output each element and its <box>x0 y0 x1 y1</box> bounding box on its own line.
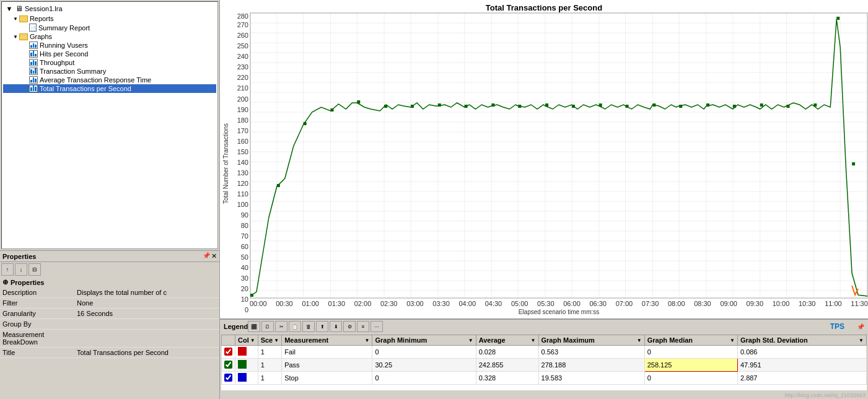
x-label: 07:30 <box>642 300 659 307</box>
row-color <box>235 359 258 372</box>
x-label: 04:30 <box>485 300 502 307</box>
tree-item-session[interactable]: ▼ 🖥 Session1.lra <box>3 3 216 14</box>
left-panel: ▼ 🖥 Session1.lra ▼ Reports 📄 Summary Rep… <box>0 0 220 399</box>
properties-extra-button[interactable]: ⊟ <box>28 263 41 276</box>
properties-header: Properties 📌 ✕ <box>0 251 219 262</box>
svg-text:10: 10 <box>241 295 248 302</box>
x-label: 11:00 <box>825 300 842 307</box>
chart-inner: Total Number of Transactions 0 10 20 30 … <box>220 12 868 315</box>
row-color <box>235 346 258 359</box>
x-label: 03:00 <box>406 300 424 307</box>
svg-text:250: 250 <box>237 42 248 50</box>
svg-rect-102 <box>733 105 736 108</box>
tree-item-hits[interactable]: Hits per Second <box>3 50 216 58</box>
legend-btn-7[interactable]: ⬇ <box>330 321 342 332</box>
sort-desc-button[interactable]: ↓ <box>15 263 27 276</box>
col-header-col[interactable]: Col ▼ <box>235 335 258 346</box>
legend-btn-2[interactable]: 🗋 <box>261 321 274 332</box>
properties-table: Description Displays the total number of… <box>0 287 219 358</box>
x-label: 07:00 <box>616 300 633 307</box>
tree-item-graphs[interactable]: ▼ Graphs <box>3 32 216 41</box>
tree-item-label: Reports <box>30 15 54 22</box>
legend-btn-4[interactable]: 📋 <box>289 321 301 332</box>
col-header-graph-min[interactable]: Graph Minimum ▼ <box>372 335 476 346</box>
tree-item-label: Transaction Summary <box>40 68 106 75</box>
legend-title: Legend <box>224 323 248 330</box>
x-label: 06:30 <box>589 300 607 307</box>
sort-icon: ▼ <box>730 338 735 343</box>
legend-btn-5[interactable]: 🗑 <box>302 321 315 332</box>
row-checkbox[interactable] <box>222 346 235 359</box>
svg-text:160: 160 <box>237 137 248 144</box>
row-measurement: Pass <box>282 359 372 372</box>
svg-rect-91 <box>438 103 441 107</box>
legend-table-container: Col ▼ Sce ▼ Measurement ▼ Graph Minimum … <box>221 335 867 390</box>
col-header-graph-median[interactable]: Graph Median ▼ <box>644 335 737 346</box>
expand-arrow: ▼ <box>13 16 18 22</box>
row-checkbox[interactable] <box>222 359 235 372</box>
col-header-average[interactable]: Average ▼ <box>476 335 538 346</box>
tree-item-avg-trans[interactable]: Average Transaction Response Time <box>3 76 216 84</box>
x-label: 02:30 <box>380 300 398 307</box>
legend-btn-10[interactable]: ⋯ <box>370 321 383 332</box>
legend-toolbar: ⬛ 🗋 ✂ 📋 🗑 ⬆ ⬇ ⚙ ≡ ⋯ <box>248 321 383 332</box>
svg-text:50: 50 <box>241 253 248 260</box>
svg-text:110: 110 <box>237 190 248 197</box>
pin-icon: 📌 <box>203 252 210 260</box>
svg-rect-90 <box>411 105 414 108</box>
svg-rect-96 <box>572 105 575 108</box>
sort-asc-button[interactable]: ↑ <box>1 263 14 276</box>
prop-row-description: Description Displays the total number of… <box>0 287 219 298</box>
legend-btn-3[interactable]: ✂ <box>275 321 287 332</box>
x-label: 04:00 <box>459 300 476 307</box>
row-graph-max: 19.583 <box>538 372 644 385</box>
prop-value <box>74 330 219 348</box>
row-graph-min: 0 <box>372 372 476 385</box>
row-graph-median[interactable]: 258.125 <box>644 359 737 372</box>
prop-value: Displays the total number of c <box>74 287 219 298</box>
legend-row-stop: 1 Stop 0 0.328 19.583 0 2.887 <box>222 372 867 385</box>
svg-rect-98 <box>626 105 629 108</box>
row-checkbox-input[interactable] <box>224 361 232 369</box>
col-header-graph-max[interactable]: Graph Maximum ▼ <box>538 335 644 346</box>
tree-item-throughput[interactable]: Throughput <box>3 58 216 67</box>
col-header-graph-std[interactable]: Graph Std. Deviation ▼ <box>737 335 866 346</box>
col-header-sce[interactable]: Sce ▼ <box>258 335 282 346</box>
svg-text:100: 100 <box>237 200 248 208</box>
tree-item-running-vusers[interactable]: Running Vusers <box>3 41 216 50</box>
svg-text:90: 90 <box>241 211 248 218</box>
tree-item-label: Graphs <box>30 33 52 40</box>
prop-key: Granularity <box>0 309 74 319</box>
tree-item-label: Summary Report <box>38 24 90 32</box>
row-graph-min: 30.25 <box>372 359 476 372</box>
folder-icon <box>19 33 28 40</box>
row-graph-median: 0 <box>644 372 737 385</box>
chart-icon <box>29 68 38 75</box>
tree-item-total-trans[interactable]: Total Transactions per Second <box>3 84 216 93</box>
legend-btn-8[interactable]: ⚙ <box>343 321 356 332</box>
sort-icon: ▼ <box>365 338 370 343</box>
col-header-measurement[interactable]: Measurement ▼ <box>282 335 372 346</box>
x-label: 00:00 <box>250 300 267 307</box>
legend-btn-6[interactable]: ⬆ <box>316 321 328 332</box>
tree-item-summary[interactable]: 📄 Summary Report <box>3 23 216 32</box>
legend-btn-9[interactable]: ≡ <box>357 321 369 332</box>
svg-rect-97 <box>599 103 602 107</box>
sort-icon: ▼ <box>859 338 864 343</box>
row-checkbox[interactable] <box>222 372 235 385</box>
tree-item-reports[interactable]: ▼ Reports <box>3 14 216 23</box>
x-label: 02:00 <box>354 300 372 307</box>
col-header-checkbox <box>222 335 235 346</box>
row-checkbox-input[interactable] <box>224 348 232 356</box>
svg-text:130: 130 <box>237 169 248 176</box>
tree-section[interactable]: ▼ 🖥 Session1.lra ▼ Reports 📄 Summary Rep… <box>1 1 218 249</box>
prop-value <box>74 319 219 330</box>
chart-svg-area: 00:00 00:30 01:00 01:30 02:00 02:30 03:0… <box>250 12 868 315</box>
close-icon[interactable]: ✕ <box>211 252 217 260</box>
tree-item-trans-summary[interactable]: Transaction Summary <box>3 67 216 76</box>
x-label: 03:30 <box>432 300 450 307</box>
svg-rect-92 <box>465 105 468 108</box>
row-checkbox-input[interactable] <box>224 374 232 382</box>
legend-btn-1[interactable]: ⬛ <box>248 321 260 332</box>
properties-section-title: ⊕ Properties <box>0 277 219 287</box>
